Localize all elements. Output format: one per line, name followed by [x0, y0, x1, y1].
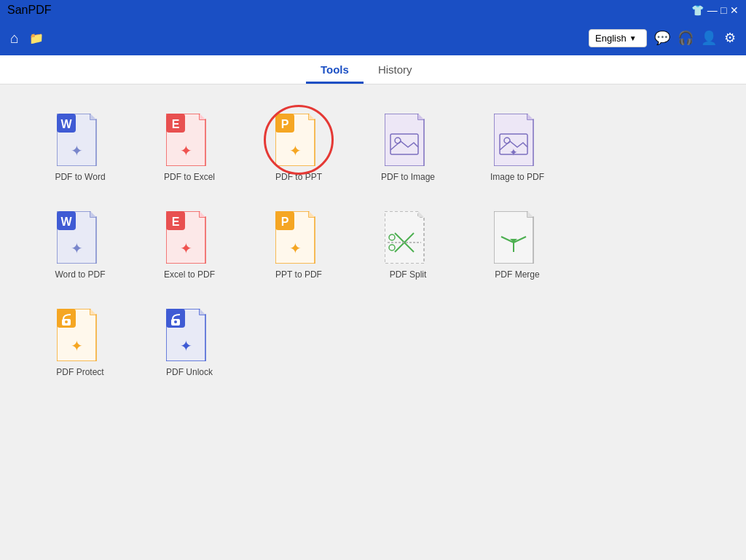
- settings-icon[interactable]: ⚙: [724, 30, 736, 46]
- language-selector[interactable]: English ▼: [589, 29, 647, 47]
- pdf-merge-label: PDF Merge: [495, 269, 539, 280]
- excel-to-pdf-icon: E ✦: [166, 211, 213, 264]
- svg-text:E: E: [172, 118, 180, 130]
- pdf-to-image-icon: [385, 114, 431, 166]
- chat-icon[interactable]: 💬: [654, 30, 670, 46]
- language-label: English: [595, 33, 627, 44]
- ppt-to-pdf-icon: P ✦: [275, 211, 322, 264]
- tool-image-to-pdf[interactable]: ✦ Image to PDF: [481, 114, 554, 182]
- pdf-protect-label: PDF Protect: [56, 367, 103, 377]
- tool-pdf-to-image[interactable]: PDF to Image: [372, 114, 444, 182]
- svg-text:W: W: [60, 118, 72, 130]
- pdf-unlock-label: PDF Unlock: [166, 367, 213, 377]
- svg-text:✦: ✦: [180, 338, 192, 354]
- svg-marker-20: [527, 114, 533, 119]
- svg-text:✦: ✦: [180, 240, 192, 256]
- svg-marker-46: [494, 211, 533, 264]
- ppt-to-pdf-label: PPT to PDF: [275, 269, 322, 280]
- svg-text:W: W: [60, 216, 72, 228]
- svg-marker-1: [90, 114, 96, 119]
- tab-history[interactable]: History: [364, 58, 427, 84]
- svg-text:✦: ✦: [71, 240, 83, 256]
- pdf-to-ppt-label: PDF to PPT: [275, 172, 322, 182]
- excel-to-pdf-label: Excel to PDF: [164, 269, 215, 280]
- svg-marker-59: [200, 309, 205, 315]
- svg-marker-39: [385, 211, 424, 264]
- folder-icon[interactable]: 📁: [29, 31, 44, 45]
- tool-pdf-to-excel[interactable]: E ✦ PDF to Excel: [153, 114, 226, 182]
- svg-marker-16: [418, 114, 424, 119]
- svg-marker-25: [90, 211, 96, 217]
- tool-excel-to-pdf[interactable]: E ✦ Excel to PDF: [153, 211, 226, 280]
- svg-marker-11: [309, 114, 315, 119]
- svg-marker-30: [200, 211, 205, 217]
- user-icon[interactable]: 👤: [701, 30, 717, 46]
- svg-marker-47: [527, 211, 533, 217]
- tool-row-3: ✦ PDF Protect ✦ PDF Unlock: [44, 309, 702, 377]
- svg-text:P: P: [281, 118, 289, 130]
- pdf-to-image-label: PDF to Image: [381, 172, 435, 182]
- tabs: Tools History: [0, 55, 746, 84]
- svg-marker-53: [90, 309, 96, 315]
- titlebar-controls: 👕 — □ ✕: [691, 3, 739, 17]
- pdf-to-excel-icon: E ✦: [166, 114, 213, 166]
- tool-pdf-split[interactable]: PDF Split: [372, 211, 444, 280]
- tab-tools[interactable]: Tools: [306, 58, 364, 84]
- pdf-to-ppt-icon: P ✦: [275, 114, 322, 166]
- minimize-button[interactable]: —: [707, 4, 718, 16]
- pdf-to-word-icon: W ✦: [57, 114, 103, 166]
- app-title: SanPDF: [7, 4, 51, 17]
- svg-marker-35: [309, 211, 315, 217]
- image-to-pdf-label: Image to PDF: [490, 172, 544, 182]
- svg-text:✦: ✦: [180, 143, 192, 159]
- pdf-unlock-icon: ✦: [166, 309, 213, 361]
- tool-pdf-protect[interactable]: ✦ PDF Protect: [44, 309, 117, 377]
- shirt-icon: 👕: [691, 4, 704, 16]
- header-right: English ▼ 💬 🎧 👤 ⚙: [589, 29, 736, 47]
- word-to-pdf-label: Word to PDF: [55, 269, 105, 280]
- close-button[interactable]: ✕: [730, 4, 739, 16]
- tool-row-1: W ✦ PDF to Word E ✦ PDF to Excel: [44, 114, 702, 182]
- tool-row-2: W ✦ Word to PDF E ✦ Excel to PDF: [44, 211, 702, 280]
- svg-text:E: E: [172, 216, 180, 228]
- svg-point-56: [65, 320, 68, 323]
- svg-text:✦: ✦: [289, 240, 302, 256]
- tool-word-to-pdf[interactable]: W ✦ Word to PDF: [44, 211, 117, 280]
- titlebar: SanPDF 👕 — □ ✕: [0, 0, 746, 20]
- tool-ppt-to-pdf[interactable]: P ✦ PPT to PDF: [262, 211, 335, 280]
- headset-icon[interactable]: 🎧: [678, 30, 694, 46]
- pdf-merge-icon: [494, 211, 541, 264]
- svg-text:✦: ✦: [289, 143, 302, 159]
- svg-text:✦: ✦: [509, 146, 518, 158]
- tool-pdf-merge[interactable]: PDF Merge: [481, 211, 554, 280]
- tool-pdf-to-ppt[interactable]: P ✦ PDF to PPT: [262, 114, 335, 182]
- word-to-pdf-icon: W ✦: [57, 211, 103, 264]
- image-to-pdf-icon: ✦: [494, 114, 541, 166]
- tool-pdf-unlock[interactable]: ✦ PDF Unlock: [153, 309, 226, 377]
- maximize-button[interactable]: □: [721, 4, 726, 16]
- pdf-to-word-label: PDF to Word: [55, 172, 105, 182]
- svg-marker-6: [200, 114, 205, 119]
- svg-marker-40: [418, 211, 424, 217]
- svg-text:✦: ✦: [71, 143, 83, 159]
- svg-text:✦: ✦: [71, 338, 83, 354]
- svg-text:P: P: [281, 216, 289, 228]
- pdf-split-label: PDF Split: [390, 269, 427, 280]
- home-icon[interactable]: ⌂: [10, 30, 19, 47]
- svg-point-62: [174, 320, 177, 323]
- header: ⌂ 📁 English ▼ 💬 🎧 👤 ⚙: [0, 20, 746, 55]
- header-left: ⌂ 📁: [10, 30, 44, 47]
- pdf-split-icon: [385, 211, 431, 264]
- pdf-to-excel-label: PDF to Excel: [164, 172, 215, 182]
- main-content: W ✦ PDF to Word E ✦ PDF to Excel: [0, 84, 746, 406]
- chevron-down-icon: ▼: [629, 34, 637, 42]
- tool-pdf-to-word[interactable]: W ✦ PDF to Word: [44, 114, 117, 182]
- pdf-protect-icon: ✦: [57, 309, 103, 361]
